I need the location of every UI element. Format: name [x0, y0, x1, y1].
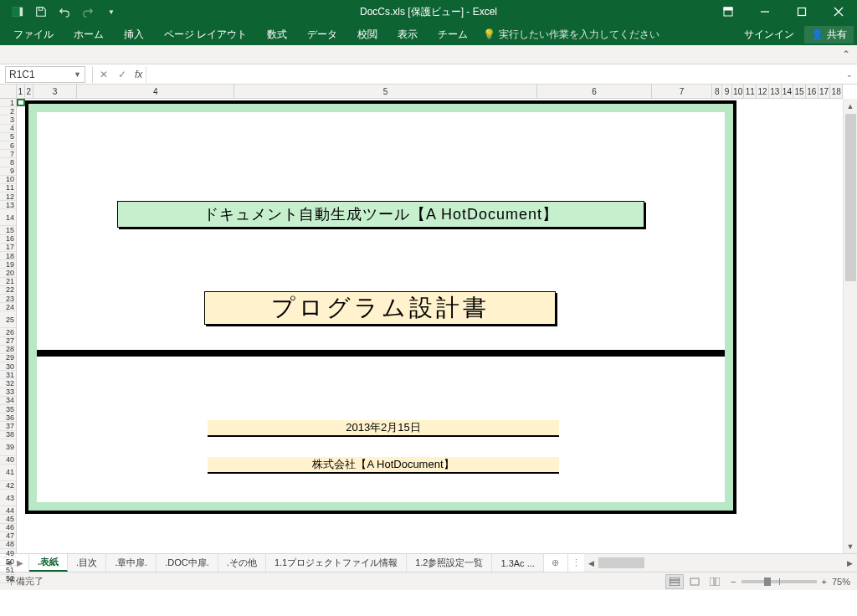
row-head[interactable]: 37: [0, 422, 16, 430]
save-button[interactable]: [30, 2, 52, 22]
tab-team[interactable]: チーム: [428, 24, 478, 45]
hscroll-thumb[interactable]: [598, 557, 644, 568]
row-head[interactable]: 15: [0, 226, 16, 234]
col-head[interactable]: 17: [819, 85, 831, 98]
col-head[interactable]: 1: [17, 85, 25, 98]
scroll-down-button[interactable]: ▼: [844, 539, 857, 553]
row-head[interactable]: 2: [0, 107, 16, 116]
col-head[interactable]: 4: [77, 85, 234, 98]
tab-insert[interactable]: 挿入: [114, 24, 154, 45]
col-head[interactable]: 12: [757, 85, 769, 98]
sheet-tab[interactable]: .章中扉.: [106, 554, 157, 572]
row-head[interactable]: 11: [0, 184, 16, 192]
row-head[interactable]: 3: [0, 116, 16, 124]
collapse-ribbon-button[interactable]: ⌃: [842, 49, 850, 60]
zoom-in-button[interactable]: +: [822, 577, 827, 587]
row-head[interactable]: 33: [0, 388, 16, 397]
row-head[interactable]: 41: [0, 465, 16, 481]
col-head[interactable]: 7: [652, 85, 712, 98]
row-head[interactable]: 13: [0, 201, 16, 209]
vscroll-thumb[interactable]: [845, 114, 856, 281]
zoom-level[interactable]: 75%: [832, 577, 850, 587]
col-head[interactable]: 5: [234, 85, 537, 98]
sheet-overflow-button[interactable]: ⋮: [567, 554, 584, 572]
sheet-tab[interactable]: .DOC中扉.: [157, 554, 218, 572]
vertical-scrollbar[interactable]: ▲ ▼: [843, 99, 857, 553]
row-head[interactable]: 49: [0, 549, 16, 557]
row-head[interactable]: 28: [0, 346, 16, 354]
row-head[interactable]: 16: [0, 235, 16, 244]
row-head[interactable]: 12: [0, 192, 16, 201]
row-head[interactable]: 44: [0, 506, 16, 515]
row-head[interactable]: 22: [0, 286, 16, 295]
formula-input[interactable]: [146, 66, 842, 83]
row-head[interactable]: 19: [0, 260, 16, 269]
col-head[interactable]: 2: [25, 85, 33, 98]
name-box[interactable]: R1C1 ▼: [5, 66, 85, 83]
view-normal-button[interactable]: [665, 574, 684, 589]
row-head[interactable]: 23: [0, 295, 16, 303]
cancel-formula-button[interactable]: ✕: [95, 69, 113, 80]
row-head[interactable]: 35: [0, 405, 16, 413]
row-head[interactable]: 17: [0, 244, 16, 252]
sheet-tab[interactable]: 1.3Ac ...: [492, 554, 543, 572]
fx-button[interactable]: fx: [131, 69, 146, 80]
sign-in-link[interactable]: サインイン: [737, 28, 801, 42]
row-head[interactable]: 32: [0, 379, 16, 388]
close-button[interactable]: [820, 0, 857, 23]
row-head[interactable]: 48: [0, 541, 16, 549]
column-headers[interactable]: 1 2 3 4 5 6 7 8 9 10 11 12 13 14 15 16 1…: [17, 85, 843, 99]
expand-formula-button[interactable]: ⌄: [842, 70, 857, 79]
ribbon-display-button[interactable]: [710, 0, 747, 23]
row-headers[interactable]: 1234567891011121314151617181920212223242…: [0, 99, 17, 553]
row-head[interactable]: 5: [0, 133, 16, 141]
row-head[interactable]: 1: [0, 99, 16, 107]
col-head[interactable]: 8: [712, 85, 722, 98]
view-page-layout-button[interactable]: [685, 574, 704, 589]
row-head[interactable]: 25: [0, 311, 16, 328]
redo-button[interactable]: [77, 2, 99, 22]
col-head[interactable]: 16: [806, 85, 819, 98]
row-head[interactable]: 52: [0, 575, 16, 583]
row-head[interactable]: 43: [0, 490, 16, 506]
row-head[interactable]: 7: [0, 150, 16, 158]
tell-me-search[interactable]: 💡 実行したい作業を入力してください: [483, 28, 659, 42]
sheet-tab[interactable]: .その他: [218, 554, 266, 572]
row-head[interactable]: 10: [0, 176, 16, 184]
row-head[interactable]: 31: [0, 371, 16, 379]
tab-file[interactable]: ファイル: [3, 24, 64, 45]
row-head[interactable]: 50: [0, 557, 16, 566]
scroll-up-button[interactable]: ▲: [844, 99, 857, 113]
cell-grid[interactable]: ドキュメント自動生成ツール【A HotDocument】 プログラム設計書 20…: [17, 99, 843, 553]
row-head[interactable]: 24: [0, 303, 16, 311]
col-head[interactable]: 3: [33, 85, 78, 98]
scroll-left-button[interactable]: ◀: [584, 559, 598, 567]
sheet-tab[interactable]: 1.2参照設定一覧: [407, 554, 492, 572]
select-all-corner[interactable]: [0, 85, 17, 99]
row-head[interactable]: 29: [0, 354, 16, 362]
tab-formulas[interactable]: 数式: [257, 24, 297, 45]
share-button[interactable]: 👤 共有: [804, 26, 854, 44]
col-head[interactable]: 6: [537, 85, 652, 98]
col-head[interactable]: 13: [769, 85, 782, 98]
row-head[interactable]: 14: [0, 209, 16, 226]
row-head[interactable]: 42: [0, 481, 16, 490]
row-head[interactable]: 9: [0, 167, 16, 176]
row-head[interactable]: 27: [0, 337, 16, 346]
zoom-slider[interactable]: [742, 580, 817, 583]
row-head[interactable]: 39: [0, 439, 16, 456]
row-head[interactable]: 30: [0, 362, 16, 371]
sheet-tab[interactable]: .目次: [68, 554, 106, 572]
sheet-tab[interactable]: 1.1プロジェクトファイル情報: [266, 554, 407, 572]
row-head[interactable]: 20: [0, 269, 16, 277]
row-head[interactable]: 21: [0, 278, 16, 286]
tab-data[interactable]: データ: [297, 24, 347, 45]
scroll-right-button[interactable]: ▶: [843, 559, 857, 567]
enter-formula-button[interactable]: ✓: [113, 69, 131, 80]
undo-button[interactable]: [54, 2, 75, 22]
col-head[interactable]: 14: [782, 85, 794, 98]
row-head[interactable]: 40: [0, 456, 16, 465]
row-head[interactable]: 4: [0, 125, 16, 133]
tab-view[interactable]: 表示: [387, 24, 428, 45]
minimize-button[interactable]: [747, 0, 783, 23]
